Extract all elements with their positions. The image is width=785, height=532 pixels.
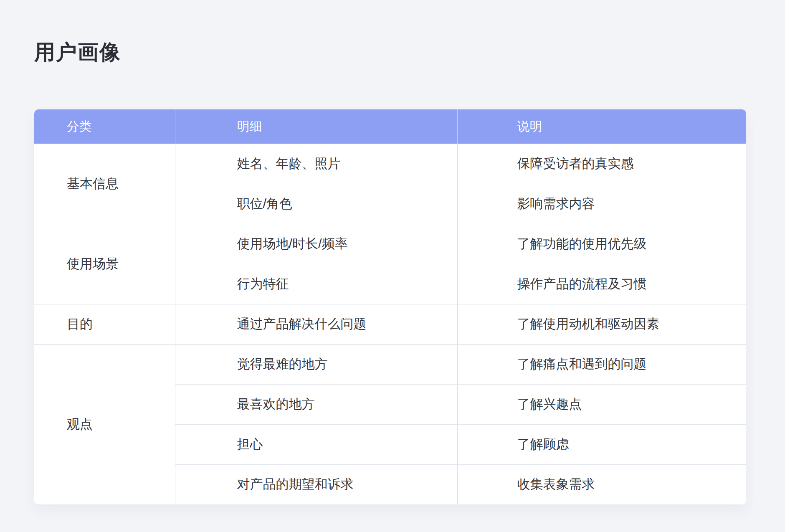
detail-cell: 担心 [175, 424, 457, 464]
table-row: 目的 通过产品解决什么问题 了解使用动机和驱动因素 [34, 304, 746, 344]
table-row: 使用场景 使用场地/时长/频率 了解功能的使用优先级 [34, 224, 746, 264]
detail-cell: 使用场地/时长/频率 [175, 224, 457, 264]
header-cell-detail: 明细 [175, 109, 457, 144]
description-cell: 影响需求内容 [457, 184, 746, 224]
detail-cell: 行为特征 [175, 264, 457, 304]
description-cell: 了解痛点和遇到的问题 [457, 344, 746, 384]
detail-cell: 觉得最难的地方 [175, 344, 457, 384]
description-cell: 操作产品的流程及习惯 [457, 264, 746, 304]
header-cell-description: 说明 [457, 109, 746, 144]
category-cell-viewpoint: 观点 [34, 344, 175, 504]
detail-cell: 职位/角色 [175, 184, 457, 224]
detail-cell: 姓名、年龄、照片 [175, 144, 457, 184]
table-row: 观点 觉得最难的地方 了解痛点和遇到的问题 [34, 344, 746, 384]
table-row: 基本信息 姓名、年龄、照片 保障受访者的真实感 [34, 144, 746, 184]
persona-table: 分类 明细 说明 基本信息 姓名、年龄、照片 保障受访者的真实感 职位/角色 影… [34, 109, 746, 504]
page-title: 用户画像 [34, 38, 121, 66]
description-cell: 了解使用动机和驱动因素 [457, 304, 746, 344]
description-cell: 了解顾虑 [457, 424, 746, 464]
description-cell: 保障受访者的真实感 [457, 144, 746, 184]
header-cell-category: 分类 [34, 109, 175, 144]
category-cell-purpose: 目的 [34, 304, 175, 344]
detail-cell: 通过产品解决什么问题 [175, 304, 457, 344]
category-cell-usage-scenario: 使用场景 [34, 224, 175, 304]
detail-cell: 最喜欢的地方 [175, 384, 457, 424]
description-cell: 了解兴趣点 [457, 384, 746, 424]
detail-cell: 对产品的期望和诉求 [175, 464, 457, 504]
description-cell: 了解功能的使用优先级 [457, 224, 746, 264]
description-cell: 收集表象需求 [457, 464, 746, 504]
persona-table-card: 分类 明细 说明 基本信息 姓名、年龄、照片 保障受访者的真实感 职位/角色 影… [34, 109, 746, 504]
table-header-row: 分类 明细 说明 [34, 109, 746, 144]
category-cell-basic-info: 基本信息 [34, 144, 175, 224]
